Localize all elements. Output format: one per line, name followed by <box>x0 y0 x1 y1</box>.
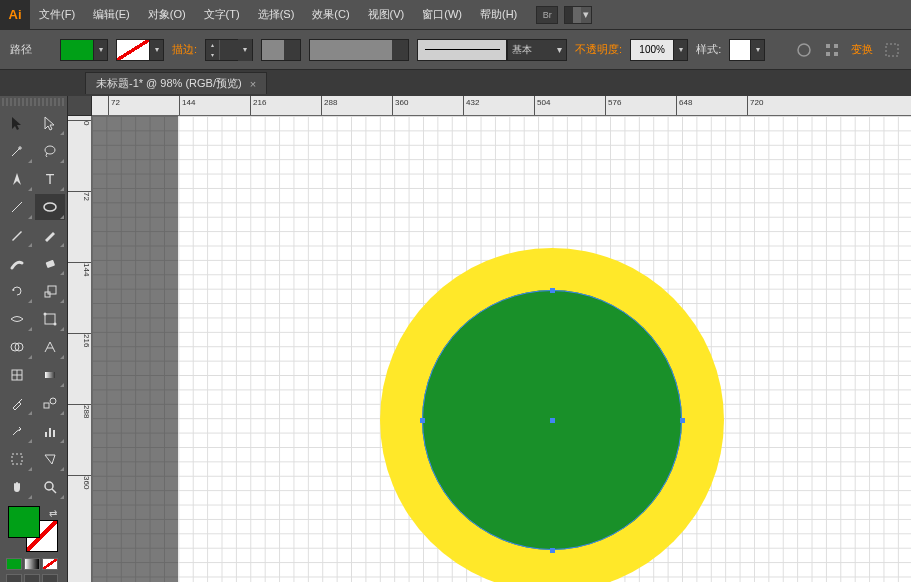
svg-rect-10 <box>45 260 55 268</box>
fill-dropdown[interactable]: ▾ <box>94 39 108 61</box>
svg-rect-24 <box>45 432 47 437</box>
stroke-weight-label: 描边: <box>172 42 197 57</box>
handle-top[interactable] <box>550 288 555 293</box>
zoom-tool[interactable] <box>35 474 66 500</box>
document-tab-bar: 未标题-1* @ 98% (RGB/预览) × <box>0 70 911 96</box>
blob-brush-tool[interactable] <box>2 250 33 276</box>
document-tab-title: 未标题-1* @ 98% (RGB/预览) <box>96 76 242 91</box>
type-tool[interactable]: T <box>35 166 66 192</box>
svg-rect-27 <box>12 454 22 464</box>
stroke-color-swatch[interactable] <box>116 39 150 61</box>
svg-rect-11 <box>45 292 50 297</box>
ruler-origin-corner[interactable] <box>68 96 92 116</box>
menu-help[interactable]: 帮助(H) <box>471 0 526 30</box>
swap-fill-stroke-icon[interactable]: ⇄ <box>49 508 57 519</box>
menu-file[interactable]: 文件(F) <box>30 0 84 30</box>
vertical-ruler-column: 0 72 144 216 288 360 <box>68 96 92 582</box>
width-tool[interactable] <box>2 306 33 332</box>
svg-rect-26 <box>53 430 55 437</box>
eraser-tool[interactable] <box>35 250 66 276</box>
slice-tool[interactable] <box>35 446 66 472</box>
style-dropdown[interactable]: ▾ <box>751 39 765 61</box>
svg-point-17 <box>15 343 23 351</box>
svg-rect-21 <box>45 372 55 378</box>
draw-behind-icon[interactable] <box>24 574 40 582</box>
horizontal-ruler[interactable]: 72 144 216 288 360 432 504 576 648 720 <box>92 96 911 116</box>
recolor-icon[interactable] <box>795 41 813 59</box>
variable-width-profile[interactable] <box>261 39 301 61</box>
menu-edit[interactable]: 编辑(E) <box>84 0 139 30</box>
svg-point-15 <box>53 323 56 326</box>
color-mode-solid[interactable] <box>6 558 22 570</box>
svg-rect-1 <box>826 44 830 48</box>
svg-text:T: T <box>45 171 54 187</box>
column-graph-tool[interactable] <box>35 418 66 444</box>
opacity-input[interactable]: 100% <box>630 39 674 61</box>
handle-right[interactable] <box>680 418 685 423</box>
color-mode-row <box>2 558 65 570</box>
mesh-tool[interactable] <box>2 362 33 388</box>
color-mode-none[interactable] <box>42 558 58 570</box>
draw-normal-icon[interactable] <box>6 574 22 582</box>
eyedropper-tool[interactable] <box>2 390 33 416</box>
svg-rect-18 <box>12 370 22 380</box>
paintbrush-tool[interactable] <box>2 222 33 248</box>
selection-tool[interactable] <box>2 110 33 136</box>
panel-drag-handle[interactable] <box>2 98 65 106</box>
svg-rect-2 <box>834 44 838 48</box>
menu-object[interactable]: 对象(O) <box>139 0 195 30</box>
menu-right-icons: Br ▾ <box>536 6 592 24</box>
svg-rect-12 <box>48 286 56 294</box>
menu-view[interactable]: 视图(V) <box>359 0 414 30</box>
menu-select[interactable]: 选择(S) <box>249 0 304 30</box>
line-tool[interactable] <box>2 194 33 220</box>
menu-window[interactable]: 窗口(W) <box>413 0 471 30</box>
gradient-tool[interactable] <box>35 362 66 388</box>
scale-tool[interactable] <box>35 278 66 304</box>
document-tab[interactable]: 未标题-1* @ 98% (RGB/预览) × <box>85 72 267 94</box>
draw-inside-icon[interactable] <box>42 574 58 582</box>
opacity-dropdown[interactable]: ▾ <box>674 39 688 61</box>
direct-selection-tool[interactable] <box>35 110 66 136</box>
pencil-tool[interactable] <box>35 222 66 248</box>
handle-bottom[interactable] <box>550 548 555 553</box>
opacity-label: 不透明度: <box>575 42 622 57</box>
handle-left[interactable] <box>420 418 425 423</box>
svg-point-23 <box>50 398 56 404</box>
svg-line-8 <box>12 202 22 212</box>
hand-tool[interactable] <box>2 474 33 500</box>
bridge-icon[interactable]: Br <box>536 6 558 24</box>
rotate-tool[interactable] <box>2 278 33 304</box>
stroke-weight-input[interactable]: ▴▾ ▾ <box>205 39 253 61</box>
artboard-tool[interactable] <box>2 446 33 472</box>
isolate-icon[interactable] <box>883 41 901 59</box>
brush-select[interactable] <box>309 39 409 61</box>
pen-tool[interactable] <box>2 166 33 192</box>
close-icon[interactable]: × <box>250 78 256 90</box>
vertical-ruler[interactable]: 0 72 144 216 288 360 <box>68 116 92 582</box>
center-point[interactable] <box>550 418 555 423</box>
lasso-tool[interactable] <box>35 138 66 164</box>
brush-definition[interactable]: 基本▾ <box>507 39 567 61</box>
symbol-sprayer-tool[interactable] <box>2 418 33 444</box>
blend-tool[interactable] <box>35 390 66 416</box>
free-transform-tool[interactable] <box>35 306 66 332</box>
transform-panel-label[interactable]: 变换 <box>851 42 873 57</box>
stroke-dropdown[interactable]: ▾ <box>150 39 164 61</box>
color-mode-gradient[interactable] <box>24 558 40 570</box>
svg-point-6 <box>45 146 55 154</box>
graphic-style-swatch[interactable] <box>729 39 751 61</box>
arrange-documents-icon[interactable]: ▾ <box>564 6 592 24</box>
canvas[interactable] <box>92 116 911 582</box>
menu-bar: Ai 文件(F) 编辑(E) 对象(O) 文字(T) 选择(S) 效果(C) 视… <box>0 0 911 30</box>
shape-builder-tool[interactable] <box>2 334 33 360</box>
fill-color-swatch[interactable] <box>60 39 94 61</box>
ellipse-tool[interactable] <box>35 194 66 220</box>
menu-type[interactable]: 文字(T) <box>195 0 249 30</box>
perspective-tool[interactable] <box>35 334 66 360</box>
fill-indicator[interactable] <box>8 506 40 538</box>
brush-preview[interactable] <box>417 39 507 61</box>
magic-wand-tool[interactable] <box>2 138 33 164</box>
align-panel-icon[interactable] <box>823 41 841 59</box>
menu-effect[interactable]: 效果(C) <box>303 0 358 30</box>
